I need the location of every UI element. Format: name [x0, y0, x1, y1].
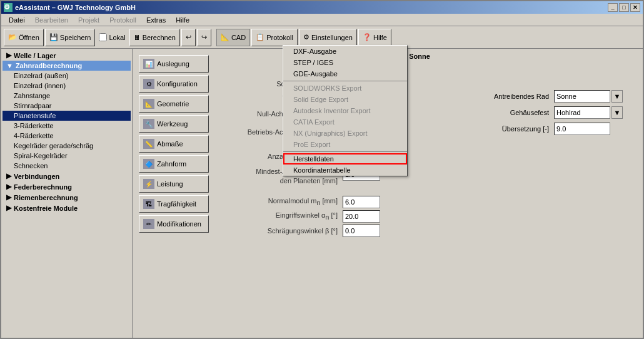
gehausefest-input[interactable]	[554, 106, 610, 119]
dropdown-dxf[interactable]: DXF-Ausgabe	[283, 46, 407, 57]
close-button[interactable]: ✕	[630, 3, 640, 12]
lokal-checkbox[interactable]	[99, 33, 107, 41]
btn-auslegung[interactable]: 📊 Auslegung	[139, 55, 209, 73]
sidebar-item-welle-lager[interactable]: ▶ Welle / Lager	[3, 50, 131, 61]
btn-modifikationen[interactable]: ✏ Modifikationen	[139, 215, 209, 233]
arrow-icon-federberechnung: ▶	[6, 183, 11, 191]
btn-geometrie[interactable]: 📐 Geometrie	[139, 95, 209, 113]
toolbar-undo[interactable]: ↩	[181, 29, 196, 46]
sidebar-item-federberechnung[interactable]: ▶ Federberechnung	[3, 181, 131, 192]
werkzeug-icon: 🔧	[143, 119, 154, 129]
schragungswinkel-row: Schrägungswinkel β [°]	[215, 225, 473, 237]
btn-leistung[interactable]: ⚡ Leistung	[139, 175, 209, 193]
toolbar-einstellungen[interactable]: ⚙ Einstellungen	[299, 29, 357, 46]
auslegung-label: Auslegung	[157, 60, 189, 68]
btn-zahnform[interactable]: 🔷 Zahnform	[139, 155, 209, 173]
konfiguration-icon: ⚙	[143, 79, 154, 89]
normalmodul-input[interactable]	[343, 196, 380, 208]
cad-icon: 📐	[221, 33, 229, 41]
einstellungen-label: Einstellungen	[311, 34, 353, 41]
leistung-icon: ⚡	[143, 179, 154, 189]
toolbar-redo[interactable]: ↪	[197, 29, 211, 46]
maximize-button[interactable]: □	[619, 3, 629, 12]
sidebar-item-zahnrad[interactable]: ▼ Zahnradberechnung	[3, 61, 131, 71]
oeffnen-label: Öffnen	[19, 34, 39, 41]
sidebar-item-kegelraeder[interactable]: Kegelräder gerade/schräg	[3, 141, 131, 151]
toolbar-hilfe[interactable]: ❓ Hilfe	[358, 29, 391, 46]
dropdown-herstelldaten[interactable]: Herstelldaten	[283, 153, 407, 164]
sidebar-item-stirnradpaar[interactable]: Stirnradpaar	[3, 101, 131, 111]
minimize-button[interactable]: _	[608, 3, 618, 12]
title-bar: ⚙ eAssistant – GWJ Technology GmbH _ □ ✕	[1, 1, 643, 14]
zahnform-label: Zahnform	[157, 160, 186, 168]
sidebar-item-schnecken[interactable]: Schnecken	[3, 161, 131, 171]
sidebar-item-4raeder[interactable]: 4-Räderkette	[3, 131, 131, 141]
zahnform-icon: 🔷	[143, 159, 154, 169]
menu-hilfe[interactable]: Hilfe	[171, 15, 194, 25]
dropdown-sep1	[283, 81, 407, 81]
normalmodul-label: Normalmodul mn [mm]	[215, 197, 340, 206]
gehausefest-dropdown-btn[interactable]: ▼	[611, 106, 623, 119]
btn-konfiguration[interactable]: ⚙ Konfiguration	[139, 75, 209, 93]
title-bar-left: ⚙ eAssistant – GWJ Technology GmbH	[4, 3, 136, 12]
ubersetzung-input[interactable]	[554, 123, 610, 135]
dropdown-step-iges[interactable]: STEP / IGES	[283, 57, 407, 68]
antreibendes-rad-input[interactable]	[554, 90, 610, 103]
sidebar-label-einzelrad-aussen: Einzelrad (außen)	[14, 72, 68, 79]
sidebar-label-zahnrad: Zahnradberechnung	[16, 62, 82, 69]
sidebar-item-einzelrad-innen[interactable]: Einzelrad (innen)	[3, 81, 131, 91]
sidebar-item-3raeder[interactable]: 3-Räderkette	[3, 121, 131, 131]
redo-icon: ↪	[201, 33, 207, 41]
sidebar-label-welle: Welle / Lager	[14, 52, 56, 59]
folder-icon: 📂	[8, 33, 17, 41]
sidebar-item-verbindungen[interactable]: ▶ Verbindungen	[3, 171, 131, 181]
ubersetzung-label: Übersetzung [-]	[476, 125, 551, 133]
schragungswinkel-input[interactable]	[343, 225, 380, 237]
right-column: Antreibendes Rad ▼ Gehäusefest ▼	[476, 90, 639, 334]
toolbar-cad[interactable]: 📐 CAD	[216, 29, 250, 46]
menu-projekt: Projekt	[73, 15, 104, 25]
sidebar: ▶ Welle / Lager ▼ Zahnradberechnung Einz…	[1, 49, 133, 338]
btn-abmasse[interactable]: 📏 Abmaße	[139, 135, 209, 153]
save-icon: 💾	[49, 33, 58, 41]
toolbar-berechnen[interactable]: 🖩 Berechnen	[129, 29, 180, 46]
dropdown-catia: CATIA Export	[283, 116, 407, 128]
modifikationen-icon: ✏	[143, 219, 154, 229]
menu-datei[interactable]: Datei	[4, 15, 30, 25]
dropdown-solidedge: Solid Edge Export	[283, 94, 407, 105]
dropdown-gde[interactable]: GDE-Ausgabe	[283, 68, 407, 79]
dropdown-sep2	[283, 151, 407, 152]
lokal-checkbox-group[interactable]: Lokal	[96, 33, 128, 41]
gehausefest-select-group: ▼	[554, 106, 623, 119]
leistung-label: Leistung	[157, 180, 183, 188]
sidebar-item-zahnstange[interactable]: Zahnstange	[3, 91, 131, 101]
sidebar-item-einzelrad-aussen[interactable]: Einzelrad (außen)	[3, 71, 131, 81]
eingriffswinkel-input[interactable]	[343, 210, 380, 223]
schragungswinkel-label: Schrägungswinkel β [°]	[215, 227, 340, 235]
sidebar-label-schnecken: Schnecken	[14, 162, 48, 170]
toolbar-oeffnen[interactable]: 📂 Öffnen	[4, 29, 44, 46]
dropdown-koordinatentabelle[interactable]: Koordinatentabelle	[283, 164, 407, 176]
menu-extras[interactable]: Extras	[141, 15, 171, 25]
sidebar-label-4raeder: 4-Räderkette	[14, 132, 54, 139]
hilfe-label: Hilfe	[373, 34, 387, 41]
normalmodul-row: Normalmodul mn [mm]	[215, 196, 473, 208]
antreibendes-rad-dropdown-btn[interactable]: ▼	[611, 90, 623, 103]
cad-dropdown-menu: DXF-Ausgabe STEP / IGES GDE-Ausgabe SOLI…	[283, 45, 408, 176]
sidebar-label-3raeder: 3-Räderkette	[14, 122, 54, 129]
buttons-column: 📊 Auslegung ⚙ Konfiguration 📐 Geometrie …	[136, 53, 211, 334]
sidebar-item-spiral[interactable]: Spiral-Kegelräder	[3, 151, 131, 161]
arrow-icon-riemenberechnung: ▶	[6, 193, 11, 201]
toolbar-protokoll[interactable]: 📋 Protokoll	[251, 29, 298, 46]
sidebar-item-kostenfreie[interactable]: ▶ Kostenfreie Module	[3, 203, 131, 213]
menu-bearbeiten: Bearbeiten	[30, 15, 73, 25]
btn-werkzeug[interactable]: 🔧 Werkzeug	[139, 115, 209, 133]
btn-tragfahigkeit[interactable]: 🏗 Tragfähigkeit	[139, 195, 209, 213]
abmasse-icon: 📏	[143, 139, 154, 149]
lokal-label: Lokal	[109, 34, 125, 41]
toolbar-speichern[interactable]: 💾 Speichern	[45, 29, 96, 46]
title-buttons[interactable]: _ □ ✕	[608, 3, 640, 12]
sidebar-item-planetenstufe[interactable]: Planetenstufe	[3, 111, 131, 121]
dropdown-solidworks: SOLIDWORKS Export	[283, 83, 407, 94]
sidebar-item-riemenberechnung[interactable]: ▶ Riemenberechnung	[3, 192, 131, 203]
